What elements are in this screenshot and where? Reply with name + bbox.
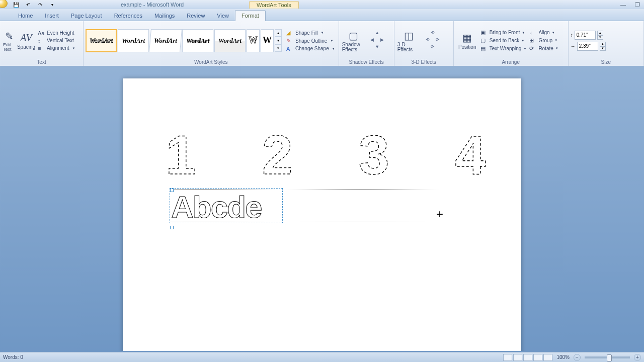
rotate-button[interactable]: ⟳Rotate▼ (528, 45, 559, 52)
alignment-button[interactable]: ≡Alignment▼ (36, 45, 76, 52)
group-text: ✎ Edit Text AV Spacing AaEven Height ↕Ve… (0, 21, 84, 66)
maximize-icon[interactable]: ❐ (635, 2, 640, 8)
style-3[interactable]: WordArt (149, 29, 182, 52)
tab-mailings[interactable]: Mailings (148, 11, 181, 21)
shadow-icon: ▢ (349, 29, 358, 42)
3d-label: 3-D Effects (397, 42, 421, 52)
style-1[interactable]: WordArt (86, 29, 117, 52)
group-size: ↕ ▲▼ ↔ ▲▼ Size (569, 21, 644, 66)
print-layout-view-icon[interactable] (503, 354, 512, 361)
height-up-icon[interactable]: ▲ (597, 31, 603, 35)
gallery-more-icon[interactable]: ▾ (275, 44, 282, 52)
group-wordart-styles: WordArt WordArt WordArt WordArt WordArt … (84, 21, 339, 66)
spacing-icon: AV (20, 31, 32, 44)
align-icon: ⫞ (529, 30, 536, 36)
height-input[interactable] (575, 31, 596, 40)
even-height-button[interactable]: AaEven Height (36, 30, 76, 37)
window-controls: — ❐ (620, 2, 640, 8)
tilt-left-icon[interactable]: ⟲ (426, 37, 430, 44)
3d-effects-button[interactable]: ◫ 3-D Effects (396, 28, 422, 53)
group-arrange-label: Arrange (456, 59, 566, 66)
spacing-button[interactable]: AV Spacing (16, 30, 36, 51)
draft-view-icon[interactable] (543, 354, 552, 361)
change-shape-button[interactable]: AChange Shape▼ (285, 45, 337, 52)
bring-front-button[interactable]: ▣Bring to Front▼ (479, 29, 528, 36)
paint-bucket-icon: ◢ (286, 30, 293, 36)
height-down-icon[interactable]: ▼ (597, 35, 603, 40)
nudge-up-icon[interactable]: ▲ (375, 30, 379, 37)
document-area[interactable]: 1 2 3 4 5 Abcde + (0, 66, 644, 351)
position-button[interactable]: ▦ Position (456, 30, 479, 51)
tab-references[interactable]: References (108, 11, 148, 21)
vertical-text-button[interactable]: ↕Vertical Text (36, 37, 76, 44)
office-button[interactable] (0, 0, 8, 8)
3d-icon: ◫ (404, 29, 414, 42)
shadow-label: Shadow Effects (342, 42, 365, 52)
send-back-button[interactable]: ▢Send to Back▼ (479, 37, 528, 44)
style-5[interactable]: WordArt (214, 29, 246, 52)
gallery-up-icon[interactable]: ▲ (275, 29, 282, 37)
group-shadow-effects: ▢ Shadow Effects ▲ ◀ ▶ ▼ Shadow Effects (339, 21, 394, 66)
svg-text:Abcde: Abcde (171, 190, 262, 224)
nudge-right-icon[interactable]: ▶ (380, 37, 384, 44)
outline-view-icon[interactable] (533, 354, 542, 361)
title-bar: 💾 ↶ ↷ ▼ example - Microsoft Word WordArt… (0, 0, 644, 9)
style-7[interactable]: W (261, 29, 274, 52)
tab-page-layout[interactable]: Page Layout (65, 11, 108, 21)
undo-icon[interactable]: ↶ (24, 1, 32, 9)
style-6[interactable]: W (247, 29, 260, 52)
style-4[interactable]: WordArt (182, 29, 213, 52)
nudge-left-icon[interactable]: ◀ (370, 37, 374, 44)
status-bar: Words: 0 100% − + (0, 352, 644, 362)
tab-home[interactable]: Home (12, 11, 39, 21)
edit-text-label: Edit Text (3, 43, 15, 52)
tilt-down-icon[interactable]: ⟳ (431, 44, 435, 51)
web-layout-view-icon[interactable] (523, 354, 532, 361)
spacing-label: Spacing (17, 44, 35, 50)
shadow-nudge: ▲ ◀ ▶ ▼ (367, 30, 387, 51)
wordart-tools-tab[interactable]: WordArt Tools (249, 1, 299, 9)
tilt-right-icon[interactable]: ⟳ (436, 37, 440, 44)
text-wrapping-icon: ▤ (480, 45, 488, 52)
resize-crosshair-icon[interactable]: + (436, 207, 443, 221)
zoom-slider[interactable] (585, 356, 630, 358)
group-3d-label: 3-D Effects (396, 59, 451, 66)
word-count[interactable]: Words: 0 (3, 354, 23, 360)
minimize-icon[interactable]: — (620, 2, 626, 8)
redo-icon[interactable]: ↷ (36, 1, 44, 9)
gallery-scroll: ▲ ▼ ▾ (275, 29, 282, 52)
group-button[interactable]: ⊞Group▼ (528, 37, 559, 44)
tab-view[interactable]: View (211, 11, 235, 21)
style-2[interactable]: WordArt (118, 29, 149, 52)
bring-front-icon: ▣ (480, 29, 488, 36)
3d-tilt: ⟲ ⟲ ⟳ ⟳ (423, 30, 443, 51)
group-arrange: ▦ Position ▣Bring to Front▼ ▢Send to Bac… (454, 21, 569, 66)
nudge-down-icon[interactable]: ▼ (375, 44, 379, 51)
shadow-effects-button[interactable]: ▢ Shadow Effects (341, 28, 366, 53)
width-down-icon[interactable]: ▼ (600, 46, 606, 51)
shape-outline-button[interactable]: ✎Shape Outline▼ (285, 37, 337, 45)
group-3d-effects: ◫ 3-D Effects ⟲ ⟲ ⟳ ⟳ 3-D Effects (394, 21, 454, 66)
pencil-outline-icon: ✎ (286, 38, 293, 44)
save-icon[interactable]: 💾 (12, 1, 20, 9)
wordart-selection[interactable]: Abcde (170, 188, 283, 223)
width-input[interactable] (577, 42, 598, 51)
text-wrapping-button[interactable]: ▤Text Wrapping▼ (479, 45, 528, 52)
tilt-up-icon[interactable]: ⟲ (431, 30, 435, 37)
tab-review[interactable]: Review (181, 11, 211, 21)
tab-format[interactable]: Format (235, 10, 266, 21)
tab-insert[interactable]: Insert (39, 11, 65, 21)
full-screen-view-icon[interactable] (513, 354, 522, 361)
width-up-icon[interactable]: ▲ (600, 42, 606, 46)
edit-text-button[interactable]: ✎ Edit Text (2, 29, 16, 53)
wordart-letters[interactable]: Abcde (170, 189, 283, 224)
zoom-in-icon[interactable]: + (634, 354, 641, 361)
zoom-level[interactable]: 100% (556, 354, 570, 360)
qat-dropdown-icon[interactable]: ▼ (48, 1, 56, 9)
height-icon: ↕ (571, 32, 573, 38)
zoom-out-icon[interactable]: − (574, 354, 581, 361)
shape-fill-button[interactable]: ◢Shape Fill▼ (285, 29, 337, 37)
gallery-down-icon[interactable]: ▼ (275, 37, 282, 44)
wordart-numbers[interactable]: 1 2 3 4 5 (166, 124, 488, 184)
align-button[interactable]: ⫞Align▼ (528, 29, 559, 36)
